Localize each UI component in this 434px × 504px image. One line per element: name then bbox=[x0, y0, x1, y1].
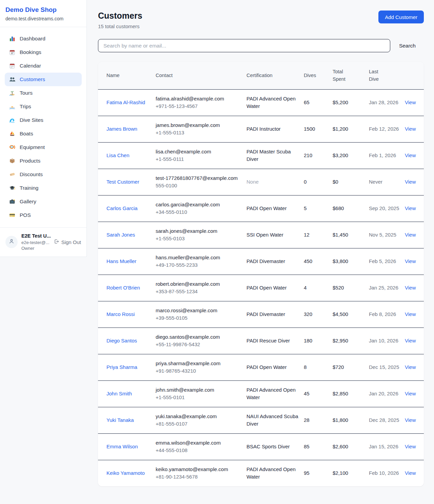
customer-total-spent: $520 bbox=[333, 275, 369, 301]
view-link[interactable]: View bbox=[405, 232, 416, 238]
customer-last-dive: Feb 1, 2026 bbox=[369, 142, 405, 169]
customer-name-link[interactable]: Sarah Jones bbox=[106, 232, 135, 238]
customer-name-link[interactable]: Marco Rossi bbox=[106, 311, 135, 317]
customer-dives: 450 bbox=[304, 248, 333, 275]
sidebar-nav: Dashboard17BookingsCalendarCustomersTour… bbox=[0, 27, 86, 227]
view-link[interactable]: View bbox=[405, 285, 416, 291]
customer-last-dive: Jan 25, 2026 bbox=[369, 275, 405, 301]
customer-dives: 8 bbox=[304, 354, 333, 380]
sidebar-item-tours[interactable]: Tours bbox=[5, 86, 82, 100]
sidebar-item-label: Products bbox=[20, 158, 40, 164]
sidebar-item-label: Tours bbox=[20, 90, 33, 96]
sidebar-item-bookings[interactable]: 17Bookings bbox=[5, 45, 82, 59]
sidebar-item-label: Gallery bbox=[20, 199, 36, 205]
customer-certification: NAUI Advanced Scuba Diver bbox=[246, 407, 304, 433]
sidebar-item-gallery[interactable]: Gallery bbox=[5, 195, 82, 208]
customer-phone: +49-170-555-2233 bbox=[156, 261, 242, 269]
customer-certification: PADI Open Water bbox=[246, 195, 304, 222]
customer-name-link[interactable]: John Smith bbox=[106, 391, 132, 396]
sidebar-item-dive-sites[interactable]: Dive Sites bbox=[5, 113, 82, 127]
view-link[interactable]: View bbox=[405, 391, 416, 396]
view-link[interactable]: View bbox=[405, 152, 416, 158]
customer-dives: 12 bbox=[304, 222, 333, 248]
customer-name-link[interactable]: Keiko Yamamoto bbox=[106, 470, 145, 476]
sidebar-item-products[interactable]: Products bbox=[5, 154, 82, 168]
page-header: Customers 15 total customers Add Custome… bbox=[98, 10, 424, 29]
customer-dives: 28 bbox=[304, 407, 333, 433]
sign-out-button[interactable]: Sign Out bbox=[54, 239, 81, 245]
speedboat-icon bbox=[9, 104, 15, 110]
customer-total-spent: $1,200 bbox=[333, 116, 369, 142]
customer-email: emma.wilson@example.com bbox=[156, 439, 242, 447]
table-row: Hans Muellerhans.mueller@example.com+49-… bbox=[98, 248, 424, 275]
sidebar: Demo Dive Shop demo.test.divestreams.com… bbox=[0, 0, 87, 257]
customer-name-link[interactable]: Test Customer bbox=[106, 179, 139, 185]
customer-name-link[interactable]: Priya Sharma bbox=[106, 364, 137, 370]
graduation-cap-icon bbox=[9, 185, 15, 191]
sidebar-item-customers[interactable]: Customers bbox=[5, 73, 82, 86]
customer-dives: 5 bbox=[304, 195, 333, 222]
customer-name-link[interactable]: Lisa Chen bbox=[106, 152, 130, 158]
main-content: Customers 15 total customers Add Custome… bbox=[87, 0, 434, 497]
brand-domain: demo.test.divestreams.com bbox=[5, 16, 81, 21]
sidebar-item-label: Trips bbox=[20, 104, 31, 110]
customer-last-dive: Dec 15, 2025 bbox=[369, 354, 405, 380]
customer-total-spent: $2,100 bbox=[333, 460, 369, 486]
view-link[interactable]: View bbox=[405, 338, 416, 343]
customer-certification: SSI Open Water bbox=[246, 222, 304, 248]
customer-dives: 85 bbox=[304, 433, 333, 460]
customer-phone: +81-90-1234-5678 bbox=[156, 473, 242, 481]
view-link[interactable]: View bbox=[405, 444, 416, 449]
customers-table: NameContactCertificationDivesTotal Spent… bbox=[98, 62, 424, 486]
column-header-last-dive: Last Dive bbox=[369, 62, 405, 89]
sidebar-item-label: Calendar bbox=[20, 63, 41, 69]
view-link[interactable]: View bbox=[405, 126, 416, 132]
column-header-dives: Dives bbox=[304, 62, 333, 89]
customer-dives: 180 bbox=[304, 328, 333, 354]
sidebar-item-trips[interactable]: Trips bbox=[5, 100, 82, 113]
customer-dives: 4 bbox=[304, 275, 333, 301]
customer-last-dive: Feb 5, 2026 bbox=[369, 248, 405, 275]
customer-name-link[interactable]: Fatima Al-Rashid bbox=[106, 99, 145, 105]
view-link[interactable]: View bbox=[405, 205, 416, 211]
customer-certification: PADI Advanced Open Water bbox=[246, 89, 304, 116]
sidebar-item-calendar[interactable]: Calendar bbox=[5, 59, 82, 73]
customer-dives: 95 bbox=[304, 460, 333, 486]
customer-name-link[interactable]: James Brown bbox=[106, 126, 137, 132]
user-info: E2E Test U... e2e-tester@... Owner bbox=[21, 233, 50, 251]
sidebar-item-training[interactable]: Training bbox=[5, 181, 82, 195]
view-link[interactable]: View bbox=[405, 99, 416, 105]
view-link[interactable]: View bbox=[405, 311, 416, 317]
customer-last-dive: Jan 10, 2026 bbox=[369, 328, 405, 354]
customer-phone: +55-11-99876-5432 bbox=[156, 341, 242, 349]
customer-total-spent: $5,200 bbox=[333, 89, 369, 116]
customer-name-link[interactable]: Emma Wilson bbox=[106, 444, 138, 449]
view-link[interactable]: View bbox=[405, 417, 416, 423]
customer-name-link[interactable]: Diego Santos bbox=[106, 338, 137, 343]
customer-phone: +34-555-0110 bbox=[156, 208, 242, 216]
sidebar-item-discounts[interactable]: Discounts bbox=[5, 168, 82, 181]
customer-name-link[interactable]: Hans Mueller bbox=[106, 258, 136, 264]
search-button[interactable]: Search bbox=[391, 43, 424, 49]
sidebar-item-pos[interactable]: POS bbox=[5, 208, 82, 222]
customer-name-link[interactable]: Carlos Garcia bbox=[106, 205, 138, 211]
search-input[interactable] bbox=[98, 39, 390, 52]
sidebar-item-dashboard[interactable]: Dashboard bbox=[5, 32, 82, 45]
customer-name-link[interactable]: Yuki Tanaka bbox=[106, 417, 134, 423]
customer-total-spent: $1,800 bbox=[333, 407, 369, 433]
sidebar-item-label: Dive Sites bbox=[20, 117, 43, 123]
view-link[interactable]: View bbox=[405, 258, 416, 264]
view-link[interactable]: View bbox=[405, 179, 416, 185]
table-row: Fatima Al-Rashidfatima.alrashid@example.… bbox=[98, 89, 424, 116]
sidebar-item-boats[interactable]: Boats bbox=[5, 127, 82, 141]
customer-total-spent: $2,950 bbox=[333, 328, 369, 354]
customer-name-link[interactable]: Robert O'Brien bbox=[106, 285, 140, 291]
view-link[interactable]: View bbox=[405, 364, 416, 370]
sidebar-item-equipment[interactable]: Equipment bbox=[5, 141, 82, 154]
customer-certification: PADI Rescue Diver bbox=[246, 328, 304, 354]
user-role: Owner bbox=[21, 245, 50, 251]
view-link[interactable]: View bbox=[405, 470, 416, 476]
customer-phone: +81-555-0107 bbox=[156, 420, 242, 428]
diving-mask-icon bbox=[9, 144, 15, 150]
add-customer-button[interactable]: Add Customer bbox=[378, 11, 424, 23]
